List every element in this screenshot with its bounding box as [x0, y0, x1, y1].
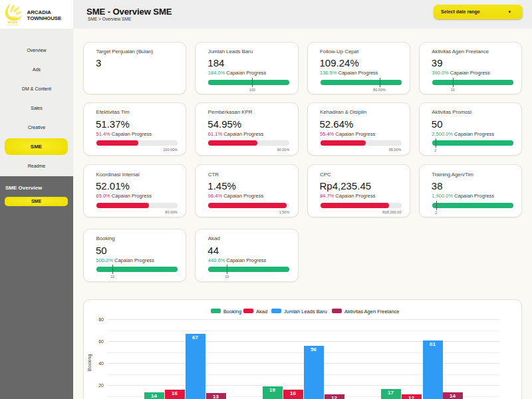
- svg-text:ARCADIA: ARCADIA: [8, 21, 18, 24]
- svg-text:TOWNHOUSE: TOWNHOUSE: [7, 24, 18, 26]
